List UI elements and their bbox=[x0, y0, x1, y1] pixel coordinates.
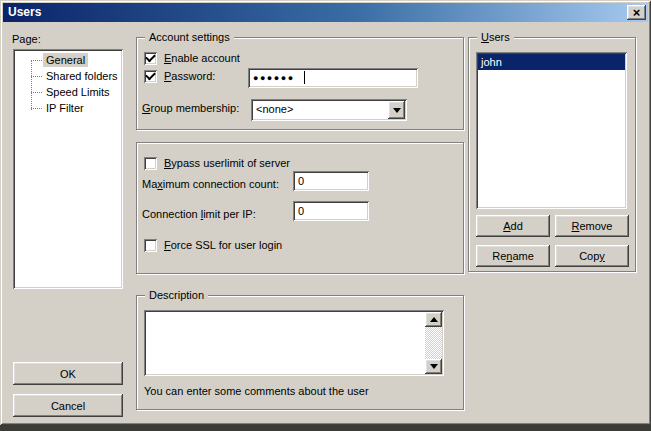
close-icon: × bbox=[633, 7, 641, 18]
scroll-up-button[interactable] bbox=[425, 312, 442, 327]
description-value bbox=[148, 313, 422, 373]
group-membership-label: Group membership: bbox=[142, 102, 239, 115]
scroll-down-button[interactable] bbox=[425, 359, 442, 374]
limits-group: Bypass userlimit of server Maximum conne… bbox=[136, 142, 464, 274]
ok-button[interactable]: OK bbox=[13, 362, 123, 385]
account-settings-title: Account settings bbox=[145, 31, 234, 44]
tree-item-label: General bbox=[43, 53, 88, 67]
triangle-down-icon bbox=[430, 364, 438, 369]
description-group: Description You can enter some comments … bbox=[136, 295, 464, 410]
tree-item-label: Speed Limits bbox=[43, 85, 113, 99]
tree-item-label: IP Filter bbox=[43, 101, 87, 115]
users-group: Users john Add Remove Rename Copy bbox=[468, 37, 636, 272]
tree-branch-icon bbox=[31, 60, 42, 61]
checkmark-icon bbox=[145, 51, 156, 62]
connection-limit-per-ip-label: Connection limit per IP: bbox=[142, 208, 256, 221]
password-input[interactable]: ●●●●●● bbox=[248, 68, 418, 88]
description-title: Description bbox=[145, 289, 208, 302]
tree-item-label: Shared folders bbox=[43, 69, 121, 83]
tree-item[interactable]: Shared folders bbox=[15, 68, 121, 84]
force-ssl-label: Force SSL for user login bbox=[164, 239, 282, 252]
users-list[interactable]: john bbox=[476, 52, 627, 209]
max-connection-count-input[interactable]: 0 bbox=[293, 171, 369, 191]
dropdown-button[interactable] bbox=[388, 101, 405, 119]
enable-account-checkbox[interactable] bbox=[144, 52, 157, 65]
copy-button[interactable]: Copy bbox=[555, 245, 629, 267]
account-settings-group: Account settings Enable account Password… bbox=[136, 37, 464, 130]
description-hint: You can enter some comments about the us… bbox=[144, 385, 369, 398]
rename-button[interactable]: Rename bbox=[476, 245, 550, 267]
bypass-userlimit-checkbox[interactable] bbox=[144, 157, 157, 170]
tree-branch-icon bbox=[31, 108, 42, 109]
group-membership-value: <none> bbox=[256, 103, 293, 116]
text-caret bbox=[304, 71, 305, 84]
bypass-userlimit-label: Bypass userlimit of server bbox=[164, 157, 290, 170]
enable-account-label: Enable account bbox=[164, 52, 240, 65]
description-scrollbar[interactable] bbox=[425, 312, 442, 374]
titlebar[interactable]: Users × bbox=[3, 3, 648, 22]
triangle-up-icon bbox=[430, 317, 438, 322]
password-label: Password: bbox=[164, 70, 215, 83]
tree-item[interactable]: Speed Limits bbox=[15, 84, 121, 100]
add-button[interactable]: Add bbox=[476, 215, 550, 237]
connection-limit-per-ip-value: 0 bbox=[298, 205, 304, 218]
password-value: ●●●●●● bbox=[253, 72, 295, 85]
page-label: Page: bbox=[12, 33, 41, 46]
group-membership-select[interactable]: <none> bbox=[251, 99, 407, 121]
page-tree[interactable]: General Shared folders Speed Limits IP F… bbox=[13, 49, 123, 289]
users-group-title: Users bbox=[477, 31, 514, 44]
cancel-button[interactable]: Cancel bbox=[13, 394, 123, 417]
users-dialog: Users × Page: General Shared folders Spe… bbox=[0, 0, 651, 425]
tree-branch-icon bbox=[31, 76, 42, 77]
connection-limit-per-ip-input[interactable]: 0 bbox=[293, 201, 369, 221]
chevron-down-icon bbox=[393, 108, 401, 113]
checkmark-icon bbox=[145, 69, 156, 80]
max-connection-count-value: 0 bbox=[298, 175, 304, 188]
tree-branch-icon bbox=[31, 92, 42, 93]
max-connection-count-label: Maximum connection count: bbox=[142, 178, 279, 191]
remove-button[interactable]: Remove bbox=[555, 215, 629, 237]
close-button[interactable]: × bbox=[627, 5, 646, 20]
user-list-item[interactable]: john bbox=[478, 54, 625, 70]
description-textarea[interactable] bbox=[144, 310, 444, 376]
tree-item[interactable]: IP Filter bbox=[15, 100, 121, 116]
password-checkbox[interactable] bbox=[144, 70, 157, 83]
force-ssl-checkbox[interactable] bbox=[144, 239, 157, 252]
window-title: Users bbox=[8, 3, 41, 22]
tree-item[interactable]: General bbox=[15, 52, 121, 68]
